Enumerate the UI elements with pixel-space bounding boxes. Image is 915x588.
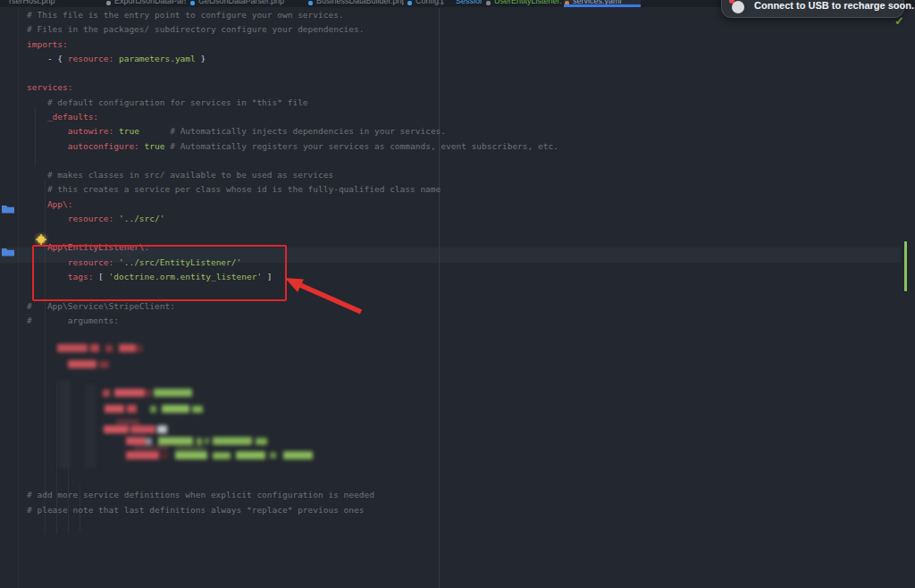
- redacted-code-block: [175, 451, 207, 459]
- folder-icon[interactable]: [2, 200, 14, 210]
- editor-tab-exportjsondataparserhost-php[interactable]: ExportJsonDataParserHost.php: [105, 0, 186, 7]
- tab-label: GetJsonDataParser.php: [198, 0, 284, 5]
- tab-label: Session.php: [456, 0, 483, 5]
- editor-tab-services-yaml[interactable]: services.yaml: [564, 0, 641, 7]
- redacted-code-block: [236, 451, 265, 459]
- redacted-code-block: [116, 419, 139, 424]
- redacted-code-block: [270, 452, 276, 458]
- editor-tab-rserhost-php[interactable]: rserHost.php: [0, 0, 100, 7]
- editor-tab-businessdatabuilder-php[interactable]: BusinessDataBuilder.php: [307, 0, 404, 7]
- redacted-code-block: [114, 389, 145, 397]
- tab-label: Config.php: [416, 0, 444, 5]
- redacted-code-block: [90, 344, 99, 352]
- redacted-code-block: [197, 438, 202, 445]
- code-editor[interactable]: # This file is the entry point to config…: [0, 7, 915, 588]
- redacted-code-block: [99, 361, 109, 368]
- file-file-icon: [486, 1, 491, 5]
- redacted-code-block: [146, 390, 151, 397]
- ide-window: # This file is the entry point to config…: [0, 0, 915, 588]
- redacted-code-block: [126, 437, 146, 445]
- redacted-code-block: [154, 389, 192, 397]
- redacted-code-block: [119, 344, 136, 352]
- notification-text: Connect to USB to recharge soon.: [754, 0, 914, 11]
- folder-icon[interactable]: [2, 243, 14, 253]
- gray-file-icon: [106, 1, 111, 5]
- redacted-code-block: [68, 360, 97, 368]
- tab-label: UserEntityListener.php: [494, 0, 562, 5]
- redacted-code-block: [59, 380, 71, 469]
- blue-file-icon: [407, 1, 412, 5]
- redacted-code-block: [205, 438, 209, 444]
- editor-tab-config-php[interactable]: Config.php: [407, 0, 444, 7]
- redacted-code-block: [158, 437, 193, 445]
- scrollbar-change-marker[interactable]: [904, 241, 907, 291]
- redacted-code-block: [103, 390, 110, 397]
- redacted-code-block: [105, 345, 113, 352]
- redacted-code-block: [150, 406, 156, 413]
- redacted-code-block: [134, 445, 168, 450]
- redacted-code-block: [162, 405, 189, 413]
- redacted-code-block: [192, 406, 203, 413]
- redacted-code-block: [175, 446, 206, 450]
- annotation-highlight-box: [32, 245, 287, 301]
- redacted-code-block: [104, 425, 129, 433]
- editor-tab-getjsondataparser-php[interactable]: GetJsonDataParser.php: [189, 0, 302, 7]
- redacted-code-block: [213, 437, 252, 445]
- redacted-code-block: [283, 451, 313, 459]
- redacted-code-block: [127, 405, 137, 413]
- redacted-code-block: [157, 425, 167, 433]
- redacted-code-block: [57, 344, 88, 352]
- intention-lightbulb-icon[interactable]: [38, 236, 45, 243]
- redacted-code-block: [85, 384, 97, 469]
- redacted-code-block: [126, 451, 159, 459]
- redacted-code-block: [146, 438, 152, 445]
- system-notification[interactable]: Connect to USB to recharge soon.: [721, 0, 904, 18]
- blue-file-icon: [308, 1, 313, 5]
- redacted-code-block: [105, 405, 124, 413]
- redacted-code-block: [136, 345, 143, 352]
- active-tab-underline: [564, 4, 641, 7]
- editor-tab-userentitylistener-php[interactable]: UserEntityListener.php: [485, 0, 562, 7]
- redacted-code-block: [130, 425, 155, 433]
- tab-label: rserHost.php: [9, 0, 55, 5]
- redacted-code-block: [161, 452, 168, 459]
- blue-file-icon: [190, 1, 195, 5]
- tab-label: ExportJsonDataParserHost.php: [114, 0, 186, 5]
- redacted-code-block: [213, 452, 231, 459]
- tab-label: BusinessDataBuilder.php: [316, 0, 404, 5]
- editor-tab-session-php[interactable]: Session.php: [447, 0, 483, 7]
- redacted-code-block: [256, 438, 267, 445]
